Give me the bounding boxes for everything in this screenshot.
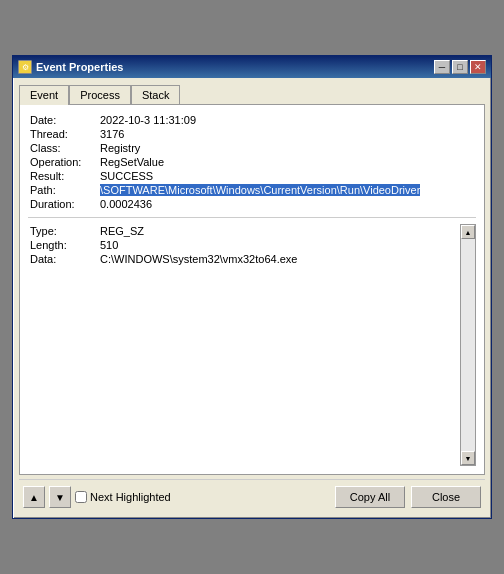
close-window-button[interactable]: ✕ <box>470 60 486 74</box>
thread-value: 3176 <box>98 127 476 141</box>
close-button[interactable]: Close <box>411 486 481 508</box>
tab-event[interactable]: Event <box>19 85 69 105</box>
path-value: \SOFTWARE\Microsoft\Windows\CurrentVersi… <box>98 183 476 197</box>
length-value: 510 <box>98 238 458 252</box>
scroll-up-button[interactable]: ▲ <box>461 225 475 239</box>
thread-label: Thread: <box>28 127 98 141</box>
footer-right: Copy All Close <box>335 486 481 508</box>
empty-detail-area <box>28 266 458 466</box>
operation-label: Operation: <box>28 155 98 169</box>
table-row: Duration: 0.0002436 <box>28 197 476 211</box>
next-highlighted-checkbox-label[interactable]: Next Highlighted <box>75 491 171 503</box>
scroll-down-button[interactable]: ▼ <box>461 451 475 465</box>
title-bar: ⚙ Event Properties ─ □ ✕ <box>13 56 491 78</box>
detail-content: Type: REG_SZ Length: 510 Data: C:\WINDOW… <box>28 224 476 466</box>
duration-label: Duration: <box>28 197 98 211</box>
table-row: Class: Registry <box>28 141 476 155</box>
table-row: Data: C:\WINDOWS\system32\vmx32to64.exe <box>28 252 458 266</box>
detail-table: Type: REG_SZ Length: 510 Data: C:\WINDOW… <box>28 224 458 266</box>
duration-value: 0.0002436 <box>98 197 476 211</box>
tab-content: Date: 2022-10-3 11:31:09 Thread: 3176 Cl… <box>19 104 485 475</box>
data-value: C:\WINDOWS\system32\vmx32to64.exe <box>98 252 458 266</box>
window-body: Event Process Stack Date: 2022-10-3 11:3… <box>13 78 491 518</box>
path-highlighted: \SOFTWARE\Microsoft\Windows\CurrentVersi… <box>100 184 420 196</box>
next-highlighted-label: Next Highlighted <box>90 491 171 503</box>
path-label: Path: <box>28 183 98 197</box>
copy-all-button[interactable]: Copy All <box>335 486 405 508</box>
table-row: Date: 2022-10-3 11:31:09 <box>28 113 476 127</box>
operation-value: RegSetValue <box>98 155 476 169</box>
table-row: Operation: RegSetValue <box>28 155 476 169</box>
footer-left: ▲ ▼ Next Highlighted <box>23 486 171 508</box>
tab-bar: Event Process Stack <box>19 84 485 104</box>
title-bar-left: ⚙ Event Properties <box>18 60 123 74</box>
table-row: Result: SUCCESS <box>28 169 476 183</box>
table-row: Thread: 3176 <box>28 127 476 141</box>
prev-event-button[interactable]: ▲ <box>23 486 45 508</box>
next-event-button[interactable]: ▼ <box>49 486 71 508</box>
next-highlighted-checkbox[interactable] <box>75 491 87 503</box>
date-label: Date: <box>28 113 98 127</box>
footer: ▲ ▼ Next Highlighted Copy All Close <box>19 479 485 512</box>
event-properties-window: ⚙ Event Properties ─ □ ✕ Event Process S… <box>12 55 492 519</box>
class-label: Class: <box>28 141 98 155</box>
window-icon: ⚙ <box>18 60 32 74</box>
section-divider <box>28 217 476 218</box>
tab-stack[interactable]: Stack <box>131 85 181 105</box>
tab-process[interactable]: Process <box>69 85 131 105</box>
detail-section: Type: REG_SZ Length: 510 Data: C:\WINDOW… <box>28 224 476 466</box>
data-label: Data: <box>28 252 98 266</box>
window-title: Event Properties <box>36 61 123 73</box>
date-value: 2022-10-3 11:31:09 <box>98 113 476 127</box>
type-value: REG_SZ <box>98 224 458 238</box>
length-label: Length: <box>28 238 98 252</box>
restore-button[interactable]: □ <box>452 60 468 74</box>
class-value: Registry <box>98 141 476 155</box>
table-row: Path: \SOFTWARE\Microsoft\Windows\Curren… <box>28 183 476 197</box>
minimize-button[interactable]: ─ <box>434 60 450 74</box>
table-row: Type: REG_SZ <box>28 224 458 238</box>
scrollbar[interactable]: ▲ ▼ <box>460 224 476 466</box>
table-row: Length: 510 <box>28 238 458 252</box>
result-value: SUCCESS <box>98 169 476 183</box>
scroll-track[interactable] <box>461 239 475 451</box>
type-label: Type: <box>28 224 98 238</box>
result-label: Result: <box>28 169 98 183</box>
properties-table: Date: 2022-10-3 11:31:09 Thread: 3176 Cl… <box>28 113 476 211</box>
title-buttons: ─ □ ✕ <box>434 60 486 74</box>
